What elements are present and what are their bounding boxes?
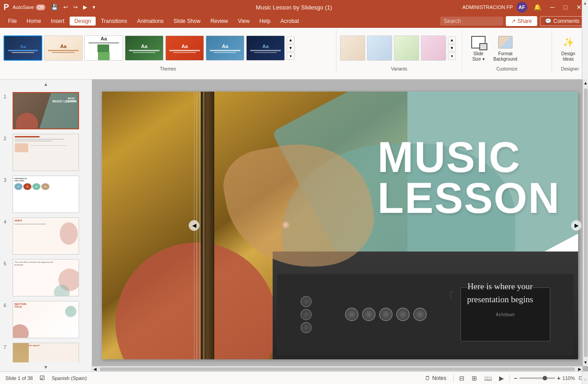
slide-size-button[interactable]: SlideSize ▾ xyxy=(466,32,491,64)
language-info: Spanish (Spain) xyxy=(52,375,87,381)
slide-preview-3: FEATURES OFTHIS TOPIC 01 02 03 04 xyxy=(13,176,79,213)
slide-panel-scroll[interactable]: 1 MUSICLESSON 2 xyxy=(0,88,92,362)
variant-scroll-up[interactable]: ▲ xyxy=(448,36,456,44)
slide-thumb-4[interactable]: 4 VENUS Lorem ipsum dolor sit amet conse… xyxy=(4,217,88,255)
app-logo: P xyxy=(4,3,9,12)
slide-preview-2 xyxy=(13,134,79,171)
prev-slide-nav: ◀ xyxy=(189,220,199,231)
ring-detail xyxy=(282,221,290,229)
notes-button[interactable]: 🗒 Notes xyxy=(421,374,450,382)
slide-sorter-button[interactable]: ⊞ xyxy=(470,374,479,383)
theme-scroll-more[interactable]: ▾ xyxy=(287,53,295,60)
search-input[interactable] xyxy=(440,17,503,26)
slide-panel: ▲ 1 MUSICLESSON 2 xyxy=(0,79,92,371)
title-lesson: LESSON xyxy=(377,177,560,218)
slide-thumb-7[interactable]: 7 WHAT IS THIS TOPIC ABOUT? xyxy=(4,343,88,362)
variant-scroll-more[interactable]: ▾ xyxy=(448,53,456,60)
menu-insert[interactable]: Insert xyxy=(46,17,69,26)
menu-view[interactable]: View xyxy=(234,17,254,26)
menu-help[interactable]: Help xyxy=(255,17,275,26)
status-divider-2 xyxy=(509,375,510,382)
slide-thumb-5[interactable]: 5 "The music field of activity be the be… xyxy=(4,259,88,296)
slide-info: Slide 1 of 38 xyxy=(5,375,33,381)
menu-file[interactable]: File xyxy=(4,17,21,26)
variant-scroll-down[interactable]: ▼ xyxy=(448,44,456,52)
menu-design[interactable]: Design xyxy=(70,17,95,26)
hscroll-right[interactable]: ▶ xyxy=(577,367,583,371)
present-button[interactable]: ▶ xyxy=(81,3,89,11)
slide-canvas[interactable]: Ashdown MUSIC LESSON Here is xyxy=(102,92,578,359)
theme-6[interactable]: Aa xyxy=(206,35,244,61)
customize-qat-button[interactable]: ▾ xyxy=(90,3,97,11)
themes-group: Aa Aa Aa xyxy=(0,30,336,73)
vscroll-down[interactable]: ▼ xyxy=(584,359,588,366)
theme-scroll-down[interactable]: ▼ xyxy=(287,44,295,52)
slide-thumb-1[interactable]: 1 MUSICLESSON xyxy=(4,92,88,129)
vertical-scrollbar[interactable]: ▲ ▼ xyxy=(583,79,588,366)
design-ideas-button[interactable]: ✨ DesignIdeas xyxy=(556,32,581,64)
vscroll-up[interactable]: ▲ xyxy=(584,79,588,87)
theme-5[interactable]: Aa xyxy=(165,35,204,61)
format-background-icon xyxy=(497,34,513,50)
variant-3[interactable] xyxy=(394,35,419,61)
autosave-toggle[interactable]: Off xyxy=(36,4,45,10)
undo-button[interactable]: ↩ xyxy=(61,3,70,11)
prev-slide-button[interactable]: ◀ xyxy=(189,220,199,231)
slide-panel-scroll-down[interactable]: ▼ xyxy=(44,365,48,370)
slideshow-button[interactable]: ▶ xyxy=(497,374,506,383)
menu-animations[interactable]: Animations xyxy=(133,17,168,26)
horizontal-scrollbar[interactable]: ◀ ▶ xyxy=(92,366,583,371)
reading-view-button[interactable]: 📖 xyxy=(482,374,494,383)
slide-thumb-3[interactable]: 3 FEATURES OFTHIS TOPIC 01 02 03 04 xyxy=(4,176,88,213)
redo-button[interactable]: ↪ xyxy=(71,3,80,11)
menu-review[interactable]: Review xyxy=(206,17,232,26)
variant-1[interactable] xyxy=(340,35,365,61)
theme-2[interactable]: Aa xyxy=(44,35,83,61)
slide-thumb-6[interactable]: 6 SECTIONTITLE xyxy=(4,301,88,338)
theme-scroll-up[interactable]: ▲ xyxy=(287,36,295,44)
menu-home[interactable]: Home xyxy=(22,17,45,26)
slide-number-6: 6 xyxy=(4,303,9,308)
format-background-button[interactable]: FormatBackground xyxy=(493,32,518,64)
theme-7[interactable]: Aa xyxy=(246,35,285,61)
menu-right: ↗ Share 💬 Comments xyxy=(440,16,584,26)
customize-label: Customize xyxy=(466,66,548,73)
notes-icon: 🗒 xyxy=(425,375,430,381)
slide-number-7: 7 xyxy=(4,344,9,350)
slide-thumb-2[interactable]: 2 xyxy=(4,134,88,171)
user-avatar[interactable]: AF xyxy=(517,2,527,13)
save-button[interactable]: 💾 xyxy=(49,3,60,11)
zoom-in-button[interactable]: + xyxy=(557,375,561,382)
slide-title[interactable]: MUSIC LESSON xyxy=(377,137,560,218)
comments-button[interactable]: 💬 Comments xyxy=(540,16,584,26)
accessibility-check-button[interactable]: ☑ xyxy=(38,374,46,382)
hscroll-left[interactable]: ◀ xyxy=(92,367,98,371)
theme-1[interactable]: Aa xyxy=(4,35,42,61)
design-ideas-icon: ✨ xyxy=(560,34,576,50)
ribbon-toggle-button[interactable]: 🔔 xyxy=(531,3,544,12)
menu-slideshow[interactable]: Slide Show xyxy=(169,17,205,26)
design-ideas-label: DesignIdeas xyxy=(561,51,575,62)
next-slide-button[interactable]: ▶ xyxy=(571,220,582,231)
menu-transitions[interactable]: Transitions xyxy=(97,17,132,26)
slide-panel-scroll-up[interactable]: ▲ xyxy=(44,82,48,87)
zoom-slider[interactable] xyxy=(519,377,555,379)
share-button[interactable]: ↗ Share xyxy=(506,16,537,26)
status-left: Slide 1 of 38 ☑ Spanish (Spain) xyxy=(5,374,87,382)
minimize-button[interactable]: ─ xyxy=(548,3,557,12)
slide-number-2: 2 xyxy=(4,136,9,141)
maximize-button[interactable]: □ xyxy=(561,3,570,12)
menu-acrobat[interactable]: Acrobat xyxy=(276,17,303,26)
normal-view-button[interactable]: ⊟ xyxy=(457,374,466,383)
slide-subtitle[interactable]: Here is where your presentation begins xyxy=(467,280,533,306)
theme-4[interactable]: Aa xyxy=(125,35,164,61)
theme-3[interactable]: Aa xyxy=(84,35,123,61)
variant-4[interactable] xyxy=(421,35,446,61)
ribbon-collapse-btn[interactable]: ⌃ xyxy=(584,379,587,383)
slide-preview-1: MUSICLESSON xyxy=(13,92,79,129)
ribbon-scroll-up[interactable]: ▲ xyxy=(583,1,587,5)
zoom-out-button[interactable]: − xyxy=(513,375,517,382)
variants-group: ▲ ▼ ▾ Variants xyxy=(336,30,462,73)
variant-2[interactable] xyxy=(367,35,392,61)
autosave-badge: AutoSave Off xyxy=(13,4,45,10)
